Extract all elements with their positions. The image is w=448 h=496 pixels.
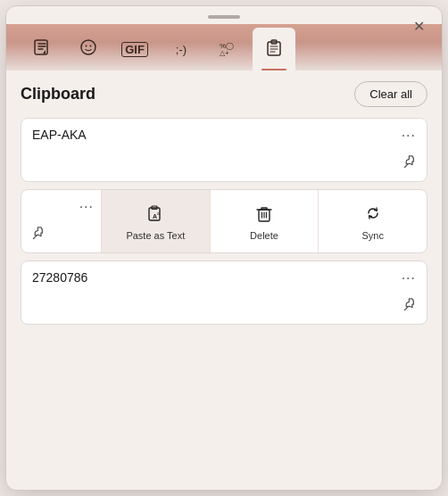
tab-emoji[interactable] <box>67 28 110 70</box>
delete-icon <box>253 202 276 225</box>
clipboard-item-2: ··· <box>21 189 427 253</box>
close-button[interactable]: ✕ <box>408 15 429 37</box>
clip-text-3: 27280786 <box>32 270 87 285</box>
section-title: Clipboard <box>21 85 95 103</box>
section-header: Clipboard Clear all <box>21 81 427 107</box>
pin-icon-2[interactable] <box>24 223 49 248</box>
tab-clipboard[interactable] <box>253 28 295 70</box>
delete-button[interactable]: Delete <box>211 190 319 252</box>
pin-icon-1[interactable] <box>395 152 420 177</box>
clip-text-1: EAP-AKA <box>32 128 87 142</box>
tab-bar: GIF ;-) %◯ △+ <box>6 24 442 70</box>
clip-more-button-3[interactable]: ··· <box>402 270 416 286</box>
paste-as-text-button[interactable]: A a Paste as Text <box>102 190 211 252</box>
clip-left-top-2: ··· <box>29 199 94 215</box>
tab-sticker[interactable] <box>21 28 63 70</box>
clip-item-left-2: ··· <box>21 190 102 252</box>
delete-label: Delete <box>250 230 278 241</box>
svg-point-3 <box>90 45 92 46</box>
close-icon: ✕ <box>413 18 425 35</box>
clip-left-bottom-2 <box>29 226 94 245</box>
kaomoji-icon: ;-) <box>176 43 187 56</box>
tab-gif[interactable]: GIF <box>113 28 156 70</box>
titlebar: ✕ <box>6 6 442 24</box>
pin-icon-3[interactable] <box>395 294 420 319</box>
tab-kaomoji[interactable]: ;-) <box>160 28 203 70</box>
main-content: Clipboard Clear all EAP-AKA ··· <box>6 70 442 490</box>
clip-top-row-3: 27280786 ··· <box>32 270 416 286</box>
drag-handle <box>208 15 240 19</box>
svg-text:△+: △+ <box>220 49 229 57</box>
clip-top-row-1: EAP-AKA ··· <box>32 128 416 144</box>
clip-bottom-row-1 <box>32 154 416 174</box>
clip-more-button-2[interactable]: ··· <box>79 199 94 215</box>
sticker-icon <box>32 37 52 62</box>
clip-more-button-1[interactable]: ··· <box>402 128 416 144</box>
clear-all-button[interactable]: Clear all <box>354 81 427 107</box>
clip-bottom-row-3 <box>32 297 416 317</box>
clipboard-icon <box>264 37 284 62</box>
clipboard-item-3: 27280786 ··· <box>21 260 427 325</box>
sync-label: Sync <box>361 230 383 241</box>
clip-actions-2: A a Paste as Text <box>102 190 427 252</box>
sync-icon <box>361 202 385 225</box>
symbols-icon: %◯ △+ <box>218 37 237 62</box>
clipboard-item-1: EAP-AKA ··· <box>21 118 427 182</box>
svg-text:a: a <box>157 211 160 216</box>
tab-symbols[interactable]: %◯ △+ <box>206 28 249 70</box>
gif-icon: GIF <box>121 42 148 57</box>
paste-text-icon: A a <box>144 202 167 225</box>
svg-point-1 <box>81 40 95 54</box>
clipboard-list: EAP-AKA ··· ··· <box>21 118 427 479</box>
paste-text-label: Paste as Text <box>126 230 185 241</box>
emoji-icon <box>79 37 98 62</box>
clipboard-window: ✕ GIF <box>5 5 443 491</box>
sync-button[interactable]: Sync <box>319 190 427 252</box>
svg-point-2 <box>86 45 87 46</box>
